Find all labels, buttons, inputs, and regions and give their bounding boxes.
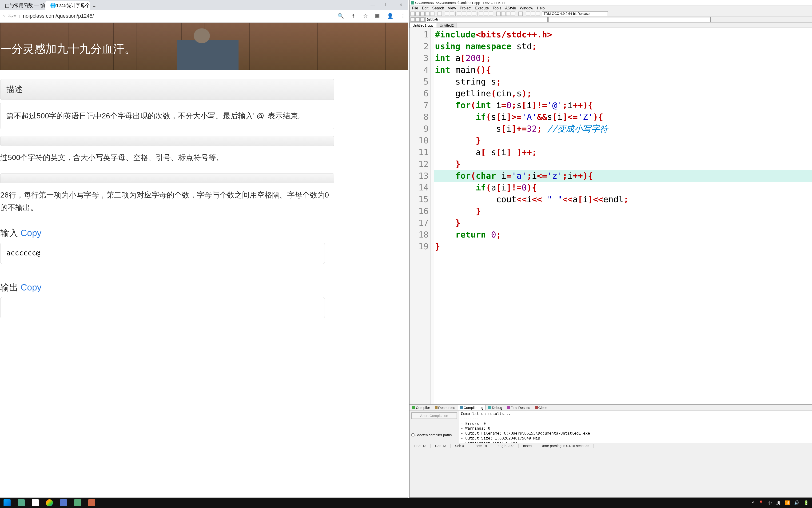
- wifi-icon[interactable]: 📶: [785, 500, 790, 505]
- member-combo[interactable]: [548, 17, 711, 22]
- window-minimize[interactable]: —: [366, 0, 380, 9]
- taskbar-app-5[interactable]: [70, 498, 85, 508]
- menu-file[interactable]: File: [411, 6, 420, 11]
- new-tab-button[interactable]: +: [91, 4, 98, 10]
- window-maximize[interactable]: ☐: [380, 0, 394, 9]
- tab-resources[interactable]: Resources: [433, 405, 457, 410]
- tab-find-results[interactable]: Find Results: [505, 405, 532, 410]
- debug2-icon[interactable]: [501, 11, 506, 16]
- menu-execute[interactable]: Execute: [474, 6, 490, 11]
- status-lines: Lines: 19: [468, 444, 491, 448]
- tab-debug[interactable]: Debug: [486, 405, 504, 410]
- print-icon[interactable]: [437, 11, 442, 16]
- star-icon[interactable]: ☆: [363, 13, 368, 19]
- menu-view[interactable]: View: [446, 6, 458, 11]
- chevron-up-icon[interactable]: ^: [752, 501, 754, 505]
- code-area[interactable]: #include<bits/stdc++.h> using namespace …: [434, 28, 812, 405]
- start-button[interactable]: [0, 498, 14, 508]
- delete-icon[interactable]: [536, 11, 540, 16]
- status-insert: Insert: [519, 444, 536, 448]
- new-icon[interactable]: [411, 11, 415, 16]
- tab-compile-log[interactable]: Compile Log: [458, 405, 485, 410]
- compile-icon[interactable]: [457, 11, 461, 16]
- system-tray: ^ 📍 中 拼 📶 🔊 🔋: [752, 500, 812, 506]
- status-bar: Line: 13 Col: 13 Sel: 0 Lines: 19 Length…: [410, 443, 812, 448]
- taskbar-app-1[interactable]: [14, 498, 28, 508]
- window-close[interactable]: ✕: [394, 0, 408, 9]
- goto-icon[interactable]: [411, 17, 415, 22]
- main-toolbar: TDM-GCC 4.9.2 64-bit Release: [410, 11, 812, 16]
- browser-tab-0[interactable]: ⬚ 与常用函数 — 编...: [0, 1, 45, 10]
- rebuild-icon[interactable]: [472, 11, 476, 16]
- sample-input-heading: 输入 Copy: [0, 224, 408, 243]
- app-icon: [411, 1, 414, 4]
- translate-icon[interactable]: 🖈: [351, 13, 356, 19]
- globals-combo[interactable]: (globals): [425, 17, 547, 22]
- code-editor[interactable]: 12345678910111213141516171819 #include<b…: [410, 28, 812, 405]
- menu-help[interactable]: Help: [535, 6, 546, 11]
- find-icon[interactable]: [518, 11, 523, 16]
- run-icon[interactable]: [462, 11, 466, 16]
- volume-icon[interactable]: 🔊: [794, 500, 799, 505]
- debug3-icon[interactable]: [506, 11, 511, 16]
- bookmark-icon[interactable]: [489, 11, 493, 16]
- page-content[interactable]: 一分灵感加九十九分血汗。 描述 篇不超过500字的英语日记中26个字母出现的次数…: [0, 23, 408, 497]
- not-secure-label: 不安全: [8, 14, 16, 18]
- secondary-toolbar: (globals): [410, 16, 812, 23]
- menu-astyle[interactable]: AStyle: [504, 6, 518, 11]
- menu-icon[interactable]: ⋮: [400, 13, 405, 19]
- devcpp-window: C:\Users\86155\Documents\Untitled1.cpp -…: [409, 0, 812, 498]
- sample-output-box: [0, 297, 325, 318]
- menu-edit[interactable]: Edit: [420, 6, 430, 11]
- redo-icon[interactable]: [450, 11, 454, 16]
- tab-close[interactable]: Close: [533, 405, 549, 410]
- menu-project[interactable]: Project: [458, 6, 473, 11]
- tab-compiler[interactable]: Compiler: [411, 405, 432, 410]
- menu-search[interactable]: Search: [430, 6, 446, 11]
- browser-tab-1[interactable]: 🌐 1245统计字母个数 - 编程中心 ✕: [45, 1, 90, 10]
- file-tab-0[interactable]: Untitled1.cpp: [410, 23, 436, 28]
- copy-input-link[interactable]: Copy: [21, 228, 42, 238]
- nav-back-icon[interactable]: [479, 11, 483, 16]
- input-description: 过500个字符的英文，含大小写英字母、空格、引号、标点符号等。: [0, 149, 334, 166]
- battery-icon[interactable]: 🔋: [804, 500, 809, 505]
- debug-icon[interactable]: [496, 11, 500, 16]
- save-icon[interactable]: [420, 11, 425, 16]
- ime-method-indicator[interactable]: 拼: [776, 500, 780, 506]
- close-icon[interactable]: [430, 11, 434, 16]
- debug4-icon[interactable]: [511, 11, 515, 16]
- taskbar-app-6[interactable]: [85, 498, 99, 508]
- shorten-paths-checkbox[interactable]: Shorten compiler paths: [412, 433, 457, 437]
- zoom-icon[interactable]: 🔍: [338, 13, 344, 19]
- menu-tools[interactable]: Tools: [491, 6, 503, 11]
- compile-run-icon[interactable]: [467, 11, 471, 16]
- saveall-icon[interactable]: [425, 11, 430, 16]
- stop-icon[interactable]: [526, 11, 530, 16]
- tab-title: 与常用函数 — 编...: [9, 2, 45, 9]
- open-icon[interactable]: [416, 11, 420, 16]
- taskbar-chrome[interactable]: [42, 498, 56, 508]
- url-input[interactable]: noipclass.com/question/p1245/: [23, 13, 335, 19]
- taskbar-devcpp[interactable]: [56, 498, 70, 508]
- undo-icon[interactable]: [445, 11, 449, 16]
- panel-icon[interactable]: ▣: [375, 13, 380, 19]
- menu-bar: File Edit Search View Project Execute To…: [410, 5, 812, 11]
- output-heading: [0, 173, 334, 183]
- ime-lang-indicator[interactable]: 中: [768, 500, 772, 506]
- location-icon[interactable]: 📍: [758, 500, 764, 505]
- profile-icon[interactable]: [531, 11, 535, 16]
- compiler-select[interactable]: TDM-GCC 4.9.2 64-bit Release: [542, 11, 608, 16]
- file-tab-1[interactable]: Untitled2: [437, 23, 457, 28]
- menu-window[interactable]: Window: [518, 6, 535, 11]
- description-text: 篇不超过500字的英语日记中26个字母出现的次数，不分大小写。最后输入' @' …: [0, 102, 334, 129]
- goto3-icon[interactable]: [420, 17, 425, 22]
- goto2-icon[interactable]: [416, 17, 420, 22]
- copy-output-link[interactable]: Copy: [21, 283, 42, 292]
- address-bar: ⚠ 不安全 | noipclass.com/question/p1245/ 🔍 …: [0, 10, 408, 23]
- taskbar-app-2[interactable]: [28, 498, 42, 508]
- description-heading: 描述: [0, 79, 334, 100]
- abort-compilation-button[interactable]: Abort Compilation: [412, 413, 457, 419]
- tab-strip: ⬚ 与常用函数 — 编... 🌐 1245统计字母个数 - 编程中心 ✕ +: [0, 0, 408, 10]
- profile-icon[interactable]: 👤: [387, 13, 393, 19]
- nav-fwd-icon[interactable]: [484, 11, 488, 16]
